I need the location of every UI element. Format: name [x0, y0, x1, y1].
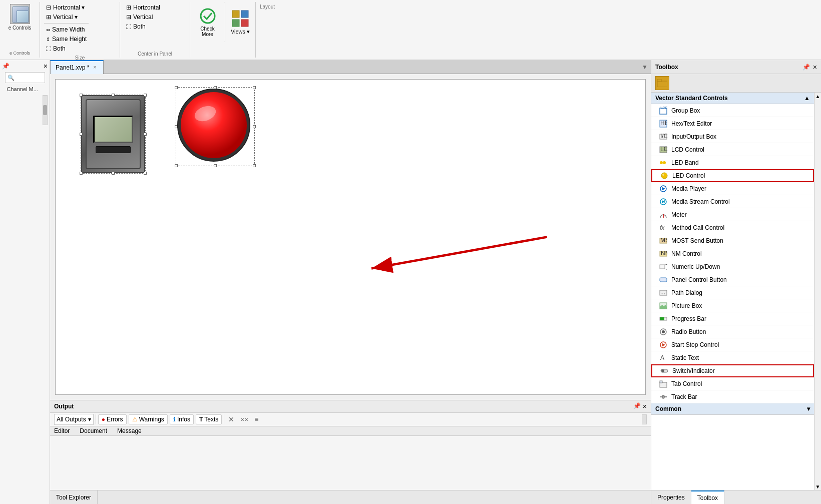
resize-handle-tl[interactable]	[80, 94, 83, 97]
section-collapse-arrow[interactable]: ▲	[804, 95, 810, 102]
output-close-icon[interactable]: ×	[643, 402, 647, 410]
center-both-button[interactable]: ⛶ Both	[124, 22, 162, 31]
toolbox-item-hex_editor[interactable]: HEX Hex/Text Editor	[651, 117, 814, 130]
device-control[interactable]	[81, 95, 146, 174]
toolbox-item-label: Meter	[671, 211, 687, 218]
resize-handle-t[interactable]	[112, 94, 115, 97]
toolbox-item-most_send[interactable]: MS MOST Send Button	[651, 234, 814, 247]
toolbox-item-static_text[interactable]: A Static Text	[651, 351, 814, 364]
panel1-tab[interactable]: Panel1.xvp * ×	[50, 60, 104, 74]
toolbox-item-group_box[interactable]: GB Group Box	[651, 104, 814, 117]
resize-handle-bl[interactable]	[80, 172, 83, 175]
toolbox-item-nm_control[interactable]: NM NM Control	[651, 247, 814, 260]
start_stop-icon	[659, 341, 667, 349]
toolbox-item-io_box[interactable]: I/O Input/Output Box	[651, 130, 814, 143]
vertical-align-button[interactable]: ⊞ Vertical ▾	[44, 13, 89, 22]
resize-handle-br[interactable]	[144, 172, 147, 175]
resize-handle-r[interactable]	[144, 133, 147, 136]
toolbox-tab[interactable]: Toolbox	[691, 490, 724, 505]
toolbox-item-switch_indicator[interactable]: Switch/Indicator	[651, 364, 814, 377]
send-to-back-button[interactable]: e Controls e Controls	[0, 2, 40, 58]
list-view-button[interactable]: ≡	[252, 415, 260, 423]
toolbox-item-panel_btn[interactable]: Panel Control Button	[651, 273, 814, 286]
toolbox-item-method_call[interactable]: fx Method Call Control	[651, 221, 814, 234]
led-control[interactable]	[176, 87, 255, 166]
led-handle-br[interactable]	[253, 164, 256, 167]
toolbox-item-led_control[interactable]: LED Control	[651, 169, 814, 182]
both-size-button[interactable]: ⛶ Both	[44, 44, 89, 53]
clear-button[interactable]: ✕	[226, 415, 236, 423]
output-dropdown[interactable]: All Outputs ▾	[54, 414, 94, 425]
channel-item[interactable]: Channel M...	[5, 85, 45, 93]
toolbox-item-led_band[interactable]: LED Band	[651, 156, 814, 169]
scroll-down-btn[interactable]: ▼	[814, 483, 822, 490]
led-handle-b[interactable]	[214, 164, 217, 167]
resize-handle-b[interactable]	[112, 172, 115, 175]
svg-marker-25	[662, 187, 665, 190]
tool-explorer-tab[interactable]: Tool Explorer	[50, 490, 98, 505]
toolbox-item-track_bar[interactable]: Track Bar	[651, 390, 814, 403]
sidebar-search[interactable]: 🔍	[5, 72, 45, 83]
progress_bar-icon	[659, 315, 667, 323]
toolbox-scrollbar[interactable]: ▲ ▼	[814, 93, 821, 490]
toolbox-item-numeric_updown[interactable]: Numeric Up/Down	[651, 260, 814, 273]
horizontal-align-button[interactable]: ⊟ Horizontal ▾	[44, 3, 89, 12]
same-height-button[interactable]: ⇕ Same Height	[44, 35, 89, 44]
toolbox-close-icon[interactable]: ×	[813, 63, 817, 71]
views-button[interactable]: Views ▾	[225, 2, 255, 42]
canvas-area[interactable]	[55, 79, 646, 395]
scroll-up-btn[interactable]: ▲	[814, 93, 822, 100]
tab-dropdown-button[interactable]: ▼	[639, 62, 651, 73]
tab-bar: Panel1.xvp * × ▼	[50, 60, 651, 74]
center-h-label: Horizontal	[133, 4, 160, 11]
toolbox-item-label: Switch/Indicator	[672, 367, 715, 374]
led-handle-tr[interactable]	[253, 86, 256, 89]
center-v-icon: ⊟	[126, 14, 131, 21]
toolbox-item-label: Start Stop Control	[671, 341, 719, 348]
toolbox-folder-icon[interactable]	[655, 76, 669, 90]
sidebar-close-icon[interactable]: ×	[44, 62, 48, 70]
same-width-button[interactable]: ⇔ Same Width	[44, 25, 89, 34]
tab-close-button[interactable]: ×	[91, 64, 98, 71]
svg-rect-33	[660, 265, 665, 269]
toolbar-scrollbar[interactable]	[642, 414, 647, 424]
errors-filter-button[interactable]: ● Errors	[98, 414, 127, 424]
toolbox-item-tab_control[interactable]: Tab Control	[651, 377, 814, 390]
section-title: Vector Standard Controls	[655, 95, 728, 102]
svg-point-0	[201, 9, 215, 23]
resize-handle-l[interactable]	[80, 133, 83, 136]
clear-all-button[interactable]: ✕✕	[238, 417, 250, 422]
nm_control-icon: NM	[659, 250, 667, 258]
led-handle-r[interactable]	[253, 125, 256, 128]
toolbox-item-label: Media Stream Control	[671, 198, 730, 205]
output-dropdown-arrow: ▾	[88, 416, 91, 423]
sidebar-pin-icon[interactable]: 📌	[2, 63, 10, 70]
sidebar-scrollbar[interactable]	[43, 95, 48, 125]
toolbox-item-radio_btn[interactable]: Radio Button	[651, 325, 814, 338]
toolbox-item-media_stream[interactable]: Media Stream Control	[651, 195, 814, 208]
toolbox-item-meter[interactable]: Meter	[651, 208, 814, 221]
output-pin-icon[interactable]: 📌	[633, 402, 641, 410]
separator	[96, 414, 96, 424]
properties-tab[interactable]: Properties	[651, 490, 691, 505]
toolbox-item-media_player[interactable]: Media Player	[651, 182, 814, 195]
infos-filter-button[interactable]: ℹ Infos	[170, 414, 194, 424]
center-vertical-button[interactable]: ⊟ Vertical	[124, 13, 162, 22]
texts-filter-button[interactable]: T Texts	[196, 414, 222, 424]
toolbox-item-picture_box[interactable]: Picture Box	[651, 299, 814, 312]
check-more-button[interactable]: CheckMore	[190, 2, 225, 42]
toolbox-item-label: Track Bar	[671, 393, 697, 400]
toolbox-item-progress_bar[interactable]: Progress Bar	[651, 312, 814, 325]
toolbox-item-path_dialog[interactable]: ... Path Dialog	[651, 286, 814, 299]
center-horizontal-button[interactable]: ⊞ Horizontal	[124, 3, 162, 12]
toolbox-pin-icon[interactable]: 📌	[802, 64, 810, 71]
common-collapse-arrow[interactable]: ▾	[807, 405, 810, 412]
toolbox-item-start_stop[interactable]: Start Stop Control	[651, 338, 814, 351]
led_control-icon	[660, 172, 668, 180]
led-handle-bl[interactable]	[175, 164, 178, 167]
led-circle-container	[176, 88, 251, 163]
toolbox-title: Toolbox	[655, 64, 678, 71]
resize-handle-tr[interactable]	[144, 94, 147, 97]
warnings-filter-button[interactable]: ⚠ Warnings	[129, 414, 168, 424]
toolbox-item-lcd[interactable]: LCD LCD Control	[651, 143, 814, 156]
